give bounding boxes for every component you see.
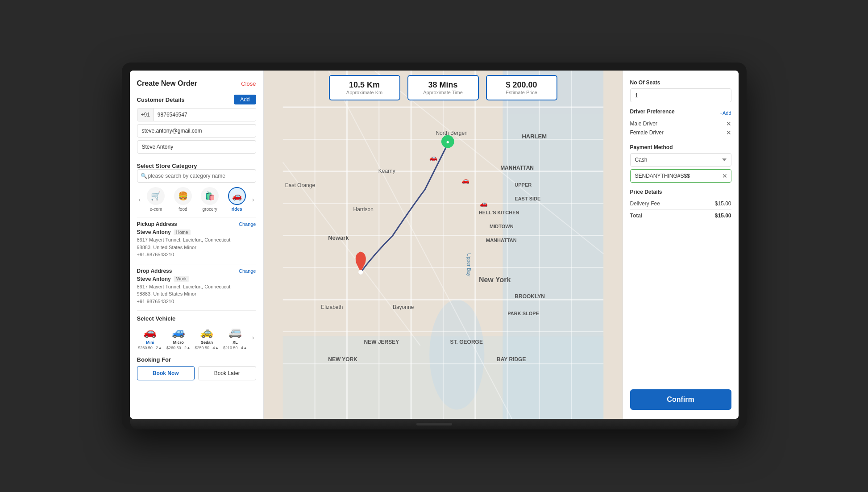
book-later-button[interactable]: Book Later: [198, 366, 256, 380]
map-label-nbergen: North Bergen: [436, 130, 467, 136]
grocery-icon: 🛍️: [201, 187, 219, 205]
stat-price-label: Estimate Price: [500, 90, 543, 95]
category-item-food[interactable]: 🍔 food: [174, 187, 192, 212]
name-input[interactable]: [137, 140, 256, 154]
map-label-midtown: MIDTOWN: [490, 224, 514, 229]
map-label-newyork2: NEW YORK: [328, 356, 357, 363]
divider-3: [137, 310, 256, 311]
divider-2: [137, 264, 256, 264]
svg-text:🚗: 🚗: [461, 176, 469, 184]
male-driver-tag: Male Driver ✕: [630, 120, 731, 127]
vehicle-mini-price: $250.50 · 2▲: [138, 346, 162, 350]
price-details-section: Price Details Delivery Fee $15.00 Total …: [630, 189, 731, 221]
ecom-label: e-com: [150, 207, 162, 212]
laptop-notch: [416, 423, 452, 425]
map-label-bayridge: BAY RIDGE: [497, 356, 526, 363]
map-label-stgeorge: ST. GEORGE: [450, 339, 483, 345]
female-driver-tag: Female Driver ✕: [630, 129, 731, 136]
vehicle-mini[interactable]: 🚗 Mini $250.50 · 2▲: [137, 325, 164, 350]
seats-section: No Of Seats: [630, 79, 731, 102]
booking-section: Booking For Book Now Book Later: [137, 355, 256, 380]
map-label-bayonne: Bayonne: [393, 304, 414, 310]
vehicle-sedan-icon: 🚕: [196, 325, 217, 339]
category-item-rides[interactable]: 🚗 rides: [228, 187, 246, 212]
vehicle-micro[interactable]: 🚙 Micro $260.50 · 2▲: [165, 325, 192, 350]
seats-label: No Of Seats: [630, 79, 731, 86]
stat-time: 38 Mins Approximate Time: [407, 75, 479, 100]
promo-code-input[interactable]: [631, 170, 718, 182]
svg-text:●: ●: [446, 139, 449, 145]
vehicle-sedan-label: Sedan: [201, 340, 213, 345]
vehicle-mini-icon: 🚗: [139, 325, 161, 339]
drop-phone: +91-9876543210: [137, 298, 256, 305]
vehicle-sedan[interactable]: 🚕 Sedan $250.50 · 4▲: [194, 325, 220, 350]
drop-tag: Work: [174, 276, 189, 282]
carousel-next-button[interactable]: ›: [250, 195, 256, 204]
map-label-newyork: New York: [479, 276, 511, 284]
pickup-phone: +91-9876543210: [137, 251, 256, 259]
food-icon: 🍔: [174, 187, 192, 205]
drop-name-row: Steve Antony Work: [137, 276, 256, 282]
vehicle-mini-label: Mini: [146, 340, 154, 345]
pickup-address-header: Pickup Address Change: [137, 221, 256, 227]
map-svg: ● 🚗 🚗 🚗: [264, 71, 623, 419]
customer-details-label: Customer Details: [137, 96, 185, 103]
customer-details-header: Customer Details Add: [137, 95, 256, 104]
category-item-grocery[interactable]: 🛍️ grocery: [201, 187, 219, 212]
map-label-elizabeth: Elizabeth: [321, 304, 343, 310]
phone-input[interactable]: [154, 108, 256, 121]
pickup-change-link[interactable]: Change: [239, 221, 256, 227]
seats-input[interactable]: [630, 88, 731, 102]
promo-clear-button[interactable]: ✕: [718, 171, 731, 181]
driver-pref-label: Driver Preference: [630, 108, 675, 115]
remove-female-driver-button[interactable]: ✕: [726, 129, 731, 136]
stats-bar: 10.5 Km Approximate Km 38 Mins Approxima…: [264, 71, 623, 105]
drop-address-line1: 8617 Mayert Tunnel, Luciefurt, Connectic…: [137, 283, 256, 291]
drop-address-section: Drop Address Change Steve Antony Work 86…: [137, 268, 256, 305]
map-background: ● 🚗 🚗 🚗 East North Bergen HARLEM MANHATT…: [264, 71, 623, 419]
email-input[interactable]: [137, 124, 256, 138]
svg-point-3: [429, 300, 484, 409]
vehicle-next-arrow[interactable]: ›: [250, 333, 256, 342]
payment-label: Payment Method: [630, 144, 731, 150]
remove-male-driver-button[interactable]: ✕: [726, 120, 731, 127]
phone-input-group: +91: [137, 108, 256, 121]
drop-name: Steve Antony: [137, 276, 171, 282]
booking-buttons: Book Now Book Later: [137, 366, 256, 380]
map-label-eastside: EAST SIDE: [515, 196, 540, 201]
drop-change-link[interactable]: Change: [239, 268, 256, 274]
pickup-address-section: Pickup Address Change Steve Antony Home …: [137, 221, 256, 259]
pickup-address-line2: 98883, United States Minor: [137, 244, 256, 251]
book-now-button[interactable]: Book Now: [137, 366, 195, 380]
driver-pref-section: Driver Preference +Add Male Driver ✕ Fem…: [630, 108, 731, 138]
promo-input-wrap: ✕: [630, 169, 731, 183]
page-title: Create New Order: [137, 79, 197, 88]
category-search-wrap: 🔍: [137, 169, 256, 183]
vehicle-micro-price: $260.50 · 2▲: [166, 346, 191, 350]
vehicle-section: Select Vehicle 🚗 Mini $250.50 · 2▲ 🚙 Mic…: [137, 314, 256, 350]
stat-km-value: 10.5 Km: [343, 80, 386, 90]
stat-price: $ 200.00 Estimate Price: [486, 75, 557, 100]
delivery-fee-value: $15.00: [715, 200, 731, 207]
drop-address-header: Drop Address Change: [137, 268, 256, 274]
carousel-prev-button[interactable]: ‹: [137, 195, 143, 204]
category-search-input[interactable]: [137, 169, 256, 183]
male-driver-label: Male Driver: [630, 121, 657, 127]
total-label: Total: [630, 213, 643, 219]
store-category-section: Select Store Category 🔍 ‹ 🛒 e-com: [137, 163, 256, 212]
add-driver-link[interactable]: +Add: [720, 110, 731, 116]
booking-section-label: Booking For: [137, 356, 171, 363]
svg-text:🚗: 🚗: [429, 154, 437, 162]
vehicle-xl[interactable]: 🚐 XL $210.50 · 4▲: [222, 325, 249, 350]
stat-price-value: $ 200.00: [500, 80, 543, 90]
add-customer-button[interactable]: Add: [234, 95, 256, 104]
category-item-ecom[interactable]: 🛒 e-com: [147, 187, 165, 212]
map-area: ● 🚗 🚗 🚗 East North Bergen HARLEM MANHATT…: [264, 71, 623, 419]
category-items: 🛒 e-com 🍔 food 🛍️ grocery: [144, 187, 249, 212]
total-value: $15.00: [715, 213, 731, 219]
confirm-button[interactable]: Confirm: [630, 389, 731, 410]
payment-select[interactable]: Cash Card Wallet: [630, 153, 731, 167]
food-label: food: [179, 207, 187, 212]
total-row: Total $15.00: [630, 210, 731, 221]
close-button[interactable]: Close: [241, 80, 256, 87]
